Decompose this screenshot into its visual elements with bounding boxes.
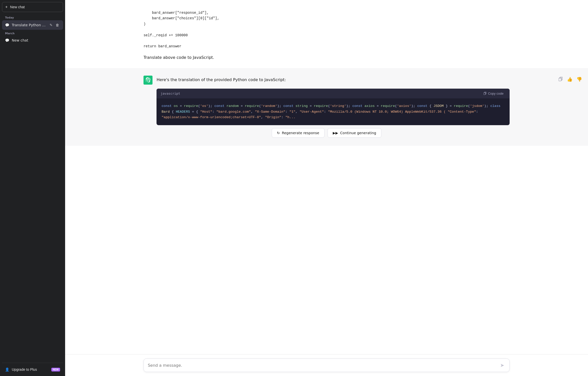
copy-code-label: Copy code xyxy=(488,92,504,95)
user-icon: 👤 xyxy=(5,367,9,371)
regenerate-bar: ↻ Regenerate response ▶▶ Continue genera… xyxy=(143,125,510,141)
assistant-header: Here's the translation of the provided P… xyxy=(143,76,510,85)
new-chat-button[interactable]: + New chat xyxy=(2,2,63,12)
sidebar: + New chat Today 💬 Translate Python to J… xyxy=(0,0,65,376)
new-badge: NEW xyxy=(51,368,60,371)
copy-icon: 🗍 xyxy=(483,92,487,95)
today-section-label: Today xyxy=(2,14,63,20)
main-area: bard_answer["response_id"], bard_answer[… xyxy=(65,0,588,376)
copy-code-button[interactable]: 🗍 Copy code xyxy=(481,91,506,96)
sidebar-item-new-chat-march[interactable]: 💬 New chat xyxy=(2,36,63,45)
chat-item-label: Translate Python to Jav xyxy=(12,23,46,27)
assistant-section: 🗍 👍 👎 Here's the translation of the prov… xyxy=(65,68,588,146)
continue-label: Continue generating xyxy=(340,131,376,135)
continue-icon: ▶▶ xyxy=(333,131,338,135)
input-area: ➤ xyxy=(65,354,588,376)
thumbs-up-button[interactable]: 👍 xyxy=(566,76,573,83)
march-section-label: March xyxy=(2,30,63,36)
upgrade-to-plus-button[interactable]: 👤 Upgrade to Plus NEW xyxy=(2,365,63,374)
plus-icon: + xyxy=(5,5,8,9)
message-input[interactable] xyxy=(148,363,499,368)
edit-chat-button[interactable]: ✎ xyxy=(49,23,54,28)
translate-text: Translate above code to JavaScript. xyxy=(143,54,510,61)
code-language-label: javascript xyxy=(161,92,180,95)
chat-icon: 💬 xyxy=(5,23,9,27)
regenerate-icon: ↻ xyxy=(277,131,280,135)
openai-logo-icon xyxy=(145,77,151,83)
delete-chat-button[interactable]: 🗑 xyxy=(55,23,60,28)
chat-item-label-march: New chat xyxy=(12,38,60,42)
new-chat-label: New chat xyxy=(10,5,25,9)
user-code-block: bard_answer["response_id"], bard_answer[… xyxy=(143,10,510,49)
assistant-actions: 🗍 👍 👎 xyxy=(557,76,583,83)
regenerate-response-button[interactable]: ↻ Regenerate response xyxy=(272,128,325,138)
copy-button[interactable]: 🗍 xyxy=(557,76,564,83)
send-button[interactable]: ➤ xyxy=(499,361,505,369)
chatgpt-avatar xyxy=(143,76,153,85)
message-input-box: ➤ xyxy=(143,358,510,372)
regenerate-label: Regenerate response xyxy=(282,131,319,135)
thumbs-down-button[interactable]: 👎 xyxy=(575,76,583,83)
sidebar-item-translate-python[interactable]: 💬 Translate Python to Jav ✎ 🗑 xyxy=(2,20,63,30)
code-block-container: javascript 🗍 Copy code const os = requir… xyxy=(157,89,510,125)
chat-icon-march: 💬 xyxy=(5,38,9,42)
sidebar-divider xyxy=(2,363,63,363)
code-body: const os = require('os'); const random =… xyxy=(157,98,510,125)
code-block-header: javascript 🗍 Copy code xyxy=(157,89,510,98)
user-message-section: bard_answer["response_id"], bard_answer[… xyxy=(65,0,588,68)
chat-area: bard_answer["response_id"], bard_answer[… xyxy=(65,0,588,354)
assistant-intro-text: Here's the translation of the provided P… xyxy=(157,77,286,83)
chat-actions: ✎ 🗑 xyxy=(49,23,60,28)
continue-generating-button[interactable]: ▶▶ Continue generating xyxy=(328,128,381,138)
upgrade-label: Upgrade to Plus xyxy=(12,367,37,371)
